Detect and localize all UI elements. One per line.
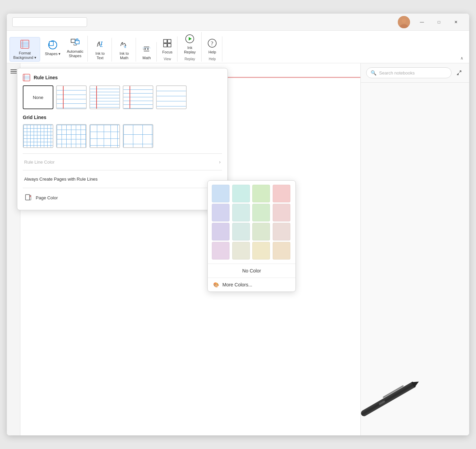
color-swatch-4[interactable] bbox=[212, 204, 230, 221]
svg-text:π: π bbox=[124, 44, 126, 49]
math-label: Math bbox=[142, 56, 151, 60]
ink-to-math-button[interactable]: π Ink toMath bbox=[114, 38, 134, 62]
search-icon: 🔍 bbox=[371, 70, 376, 76]
math-icon: ÷ bbox=[141, 44, 152, 54]
grid-extra-large[interactable] bbox=[123, 124, 153, 148]
minimize-button[interactable]: — bbox=[414, 17, 430, 28]
ink-to-text-group: Ink toText bbox=[88, 38, 112, 62]
svg-rect-22 bbox=[164, 39, 167, 43]
expand-button[interactable] bbox=[454, 68, 464, 78]
rule-line-color-label: Rule Line Color bbox=[24, 160, 55, 165]
grid-lines-options bbox=[23, 124, 222, 148]
ribbon-content: FormatBackground ▾ Shapes ▾ bbox=[10, 32, 466, 63]
grid-small[interactable] bbox=[23, 124, 53, 148]
svg-rect-25 bbox=[168, 44, 171, 47]
rule-line-color-chevron: › bbox=[219, 159, 221, 165]
title-search-box[interactable] bbox=[12, 17, 87, 27]
rule-line-narrow[interactable] bbox=[56, 85, 87, 109]
rule-lines-options: None bbox=[23, 85, 222, 109]
more-colors-label: More Colors... bbox=[222, 282, 252, 287]
page-color-row[interactable]: Page Color › bbox=[23, 191, 222, 204]
svg-text:?: ? bbox=[211, 40, 213, 46]
rule-line-medium[interactable] bbox=[89, 85, 120, 109]
ribbon: FormatBackground ▾ Shapes ▾ bbox=[7, 31, 469, 63]
close-button[interactable]: ✕ bbox=[448, 17, 464, 28]
more-colors-button[interactable]: 🎨 More Colors... bbox=[208, 278, 295, 292]
rule-lines-section-title: Rule Lines bbox=[23, 74, 222, 81]
automatic-shapes-icon bbox=[70, 37, 81, 48]
replay-section-name: Replay bbox=[185, 57, 195, 62]
divider-2 bbox=[23, 170, 222, 170]
color-swatch-9[interactable] bbox=[232, 223, 250, 240]
always-create-row[interactable]: Always Create Pages with Rule Lines bbox=[23, 173, 222, 185]
rule-line-extra-wide[interactable] bbox=[156, 85, 187, 109]
color-swatch-5[interactable] bbox=[232, 204, 250, 221]
color-swatch-10[interactable] bbox=[252, 223, 270, 240]
focus-label: Focus bbox=[162, 50, 172, 54]
divider-3 bbox=[23, 188, 222, 188]
focus-icon bbox=[162, 38, 173, 49]
shapes-button[interactable]: Shapes ▾ bbox=[42, 36, 63, 60]
no-color-button[interactable]: No Color bbox=[208, 264, 295, 278]
svg-rect-23 bbox=[168, 39, 171, 43]
color-swatch-13[interactable] bbox=[232, 242, 250, 260]
format-background-dropdown: Rule Lines None Grid Lines bbox=[17, 68, 228, 210]
color-swatch-7[interactable] bbox=[273, 204, 290, 221]
grid-large[interactable] bbox=[89, 124, 120, 148]
page-color-label: Page Color bbox=[36, 195, 58, 200]
color-swatch-15[interactable] bbox=[273, 242, 290, 260]
color-swatch-0[interactable] bbox=[212, 185, 230, 202]
search-placeholder: Search notebooks bbox=[379, 70, 415, 76]
rule-line-wide[interactable] bbox=[123, 85, 153, 109]
avatar[interactable] bbox=[398, 16, 410, 28]
rule-line-color-row[interactable]: Rule Line Color › bbox=[23, 156, 222, 167]
svg-rect-42 bbox=[26, 195, 30, 200]
title-bar-left bbox=[12, 17, 87, 27]
format-background-icon bbox=[19, 39, 30, 50]
color-swatch-14[interactable] bbox=[252, 242, 270, 260]
ink-to-text-button[interactable]: Ink toText bbox=[90, 38, 110, 62]
help-group: ? Help Help bbox=[202, 36, 222, 62]
ink-replay-button[interactable]: InkReplay bbox=[180, 32, 200, 56]
grid-lines-section-title: Grid Lines bbox=[23, 115, 222, 120]
focus-button[interactable]: Focus bbox=[159, 36, 176, 56]
always-create-label: Always Create Pages with Rule Lines bbox=[24, 177, 98, 182]
shapes-btns: Shapes ▾ bbox=[42, 36, 86, 60]
ink-to-math-label: Ink toMath bbox=[120, 51, 129, 60]
color-swatch-1[interactable] bbox=[232, 185, 250, 202]
color-swatch-8[interactable] bbox=[212, 223, 230, 240]
color-swatch-11[interactable] bbox=[273, 223, 290, 240]
format-background-button[interactable]: FormatBackground ▾ bbox=[10, 37, 40, 62]
shapes-icon bbox=[47, 39, 58, 50]
ink-replay-label: InkReplay bbox=[184, 46, 196, 54]
color-swatch-3[interactable] bbox=[273, 185, 290, 202]
color-grid bbox=[208, 181, 295, 264]
automatic-shapes-label: AutomaticShapes bbox=[67, 49, 83, 58]
color-swatch-12[interactable] bbox=[212, 242, 230, 260]
ink-to-math-group: π Ink toMath bbox=[113, 38, 136, 62]
view-section-name: View bbox=[164, 57, 171, 62]
maximize-button[interactable]: □ bbox=[431, 17, 447, 28]
no-color-label: No Color bbox=[242, 268, 261, 273]
automatic-shapes-button[interactable]: AutomaticShapes bbox=[64, 36, 86, 60]
ink-to-text-label: Ink toText bbox=[96, 51, 105, 60]
color-swatch-2[interactable] bbox=[252, 185, 270, 202]
svg-marker-31 bbox=[189, 37, 192, 40]
grid-medium[interactable] bbox=[56, 124, 87, 148]
rule-line-none[interactable]: None bbox=[23, 85, 53, 109]
svg-point-18 bbox=[144, 48, 146, 50]
title-bar-controls: — □ ✕ bbox=[398, 16, 464, 28]
color-swatch-6[interactable] bbox=[252, 204, 270, 221]
app-window: — □ ✕ FormatBackground ▾ bbox=[7, 14, 469, 435]
shapes-label: Shapes ▾ bbox=[45, 52, 61, 56]
math-button[interactable]: ÷ Math bbox=[138, 42, 155, 62]
help-label: Help bbox=[208, 50, 216, 54]
help-button[interactable]: ? Help bbox=[204, 36, 221, 56]
color-picker-popup: No Color 🎨 More Colors... bbox=[207, 180, 296, 292]
search-notebooks-input[interactable]: 🔍 Search notebooks bbox=[366, 67, 452, 78]
view-group: Focus View bbox=[157, 36, 177, 62]
replay-group: InkReplay Replay bbox=[178, 32, 202, 62]
ribbon-collapse-button[interactable]: ∧ bbox=[458, 55, 465, 62]
page-color-icon bbox=[24, 194, 32, 202]
svg-rect-11 bbox=[49, 41, 53, 46]
